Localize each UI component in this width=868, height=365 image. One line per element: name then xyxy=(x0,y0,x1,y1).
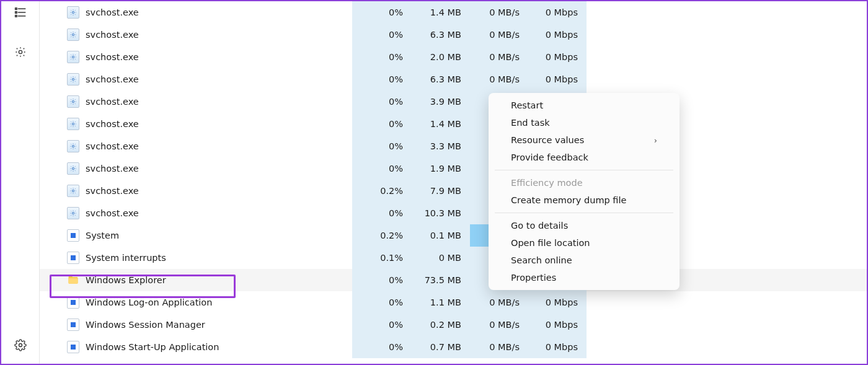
cpu-cell: 0% xyxy=(352,1,412,24)
disk-cell: 0 MB/s xyxy=(470,1,528,24)
list-view-icon[interactable] xyxy=(9,1,32,24)
gear-icon[interactable] xyxy=(9,41,32,63)
network-cell: 0 Mbps xyxy=(528,314,587,336)
svg-point-8 xyxy=(72,11,74,13)
process-name-label: svchost.exe xyxy=(86,208,139,218)
table-row[interactable]: Windows Session Manager0%0.2 MB0 MB/s0 M… xyxy=(40,314,867,336)
menu-label: Resource values xyxy=(511,135,584,145)
gear-icon xyxy=(67,51,79,63)
table-row[interactable]: svchost.exe0%1.4 MB0 MB xyxy=(40,113,867,135)
svg-rect-4 xyxy=(15,12,17,14)
process-list: svchost.exe0%1.4 MB0 MB/s0 Mbpssvchost.e… xyxy=(40,1,867,364)
table-row[interactable]: svchost.exe0%3.9 MB0 MB xyxy=(40,90,867,113)
process-name-cell: svchost.exe xyxy=(67,185,352,197)
svg-point-12 xyxy=(72,100,74,102)
cpu-cell: 0% xyxy=(352,157,412,180)
system-process-icon xyxy=(67,229,79,242)
memory-cell: 1.4 MB xyxy=(412,113,470,135)
memory-cell: 6.3 MB xyxy=(412,68,470,90)
cpu-cell: 0% xyxy=(352,24,412,46)
system-process-icon xyxy=(67,341,79,353)
menu-separator xyxy=(495,213,673,213)
cpu-cell: 0.1% xyxy=(352,247,412,269)
process-name-cell: Windows Start-Up Application xyxy=(67,341,352,353)
disk-cell: 0 MB/s xyxy=(470,314,528,336)
process-name-cell: System interrupts xyxy=(67,252,352,264)
menu-provide-feedback[interactable]: Provide feedback xyxy=(489,149,680,166)
system-process-icon xyxy=(67,296,79,309)
memory-cell: 0.7 MB xyxy=(412,336,470,358)
table-row[interactable]: svchost.exe0%6.3 MB0 MB/s0 Mbps xyxy=(40,68,867,90)
disk-cell: 0 MB/s xyxy=(470,336,528,358)
process-name-cell: svchost.exe xyxy=(67,73,352,86)
menu-restart[interactable]: Restart xyxy=(489,97,680,114)
sidebar xyxy=(1,1,40,364)
memory-cell: 2.0 MB xyxy=(412,46,470,68)
menu-separator xyxy=(495,170,673,170)
table-row[interactable]: svchost.exe0.2%7.9 MB0 MB xyxy=(40,180,867,202)
network-cell: 0 Mbps xyxy=(528,68,587,90)
gear-icon xyxy=(67,162,79,175)
menu-properties[interactable]: Properties xyxy=(489,269,680,286)
process-name-label: Windows Log-on Application xyxy=(86,297,212,307)
process-name-cell: svchost.exe xyxy=(67,95,352,108)
disk-cell: 0 MB/s xyxy=(470,24,528,46)
process-name-cell: svchost.exe xyxy=(67,140,352,152)
table-row[interactable]: System interrupts0.1%0 MB0 MB xyxy=(40,247,867,269)
memory-cell: 6.3 MB xyxy=(412,24,470,46)
svg-point-10 xyxy=(72,56,74,58)
table-row[interactable]: svchost.exe0%6.3 MB0 MB/s0 Mbps xyxy=(40,24,867,46)
network-cell: 0 Mbps xyxy=(528,291,587,314)
menu-resource-values[interactable]: Resource values› xyxy=(489,131,680,149)
menu-open-file-location[interactable]: Open file location xyxy=(489,234,680,252)
gear-icon xyxy=(67,185,79,197)
process-name-label: svchost.exe xyxy=(86,119,139,129)
menu-end-task[interactable]: End task xyxy=(489,114,680,131)
process-name-label: svchost.exe xyxy=(86,141,139,151)
table-row[interactable]: svchost.exe0%1.9 MB0 MB xyxy=(40,157,867,180)
process-name-cell: Windows Explorer xyxy=(67,274,352,286)
memory-cell: 1.9 MB xyxy=(412,157,470,180)
table-row[interactable]: Windows Log-on Application0%1.1 MB0 MB/s… xyxy=(40,291,867,314)
menu-create-dump[interactable]: Create memory dump file xyxy=(489,191,680,209)
table-row[interactable]: Windows Start-Up Application0%0.7 MB0 MB… xyxy=(40,336,867,358)
table-row[interactable]: svchost.exe0%1.4 MB0 MB/s0 Mbps xyxy=(40,1,867,24)
menu-go-to-details[interactable]: Go to details xyxy=(489,217,680,234)
menu-search-online[interactable]: Search online xyxy=(489,252,680,269)
memory-cell: 73.5 MB xyxy=(412,269,470,291)
table-row[interactable]: svchost.exe0%3.3 MB0 MB xyxy=(40,135,867,157)
chevron-right-icon: › xyxy=(654,136,657,145)
gear-icon xyxy=(67,29,79,41)
svg-point-11 xyxy=(72,78,74,80)
system-process-icon xyxy=(67,319,79,331)
gear-icon xyxy=(67,207,79,219)
svg-rect-18 xyxy=(69,278,78,284)
network-cell: 0 Mbps xyxy=(528,24,587,46)
cpu-cell: 0% xyxy=(352,314,412,336)
network-cell: 0 Mbps xyxy=(528,336,587,358)
menu-label: End task xyxy=(511,118,550,128)
table-row[interactable]: Windows Explorer0%73.5 MB0 MB/s0 Mbps xyxy=(40,269,867,291)
menu-label: Open file location xyxy=(511,238,590,248)
settings-icon[interactable] xyxy=(9,334,32,356)
process-name-label: System interrupts xyxy=(86,253,166,263)
svg-point-6 xyxy=(19,50,22,53)
context-menu: Restart End task Resource values› Provid… xyxy=(489,93,680,290)
process-name-cell: svchost.exe xyxy=(67,118,352,130)
process-name-label: Windows Session Manager xyxy=(86,320,205,330)
process-name-cell: svchost.exe xyxy=(67,162,352,175)
svg-point-14 xyxy=(72,145,74,147)
table-row[interactable]: svchost.exe0%10.3 MB0 MB xyxy=(40,202,867,224)
table-row[interactable]: svchost.exe0%2.0 MB0 MB/s0 Mbps xyxy=(40,46,867,68)
menu-label: Restart xyxy=(511,100,543,110)
cpu-cell: 0.2% xyxy=(352,224,412,247)
memory-cell: 0 MB xyxy=(412,247,470,269)
process-name-cell: System xyxy=(67,229,352,242)
svg-point-16 xyxy=(72,190,74,191)
memory-cell: 0.2 MB xyxy=(412,314,470,336)
network-cell: 0 Mbps xyxy=(528,46,587,68)
menu-label: Create memory dump file xyxy=(511,195,626,205)
memory-cell: 7.9 MB xyxy=(412,180,470,202)
table-row[interactable]: System0.2%0.1 MB0.6 MB xyxy=(40,224,867,247)
menu-efficiency-mode: Efficiency mode xyxy=(489,174,680,191)
